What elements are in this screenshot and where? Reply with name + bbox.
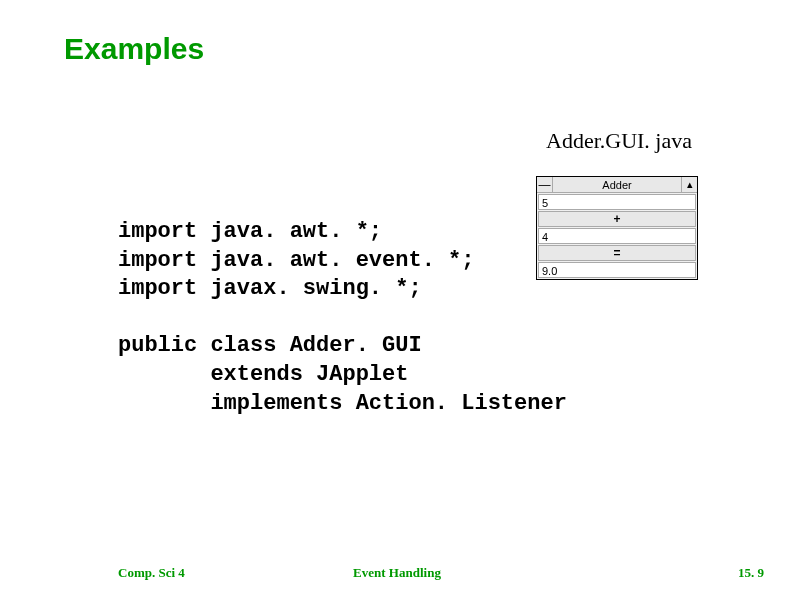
code-block: import java. awt. *; import java. awt. e… xyxy=(118,218,567,418)
footer-course: Comp. Sci 4 xyxy=(118,565,185,581)
maximize-icon[interactable]: ▴ xyxy=(681,177,697,192)
system-menu-icon[interactable]: — xyxy=(537,177,553,192)
footer-page: 15. 9 xyxy=(738,565,764,581)
slide-title: Examples xyxy=(64,32,794,66)
operand1-input[interactable]: 5 xyxy=(538,194,696,210)
applet-titlebar: — Adder ▴ xyxy=(537,177,697,193)
slide: Examples Adder.GUI. java — Adder ▴ 5 + 4… xyxy=(0,0,794,595)
source-filename: Adder.GUI. java xyxy=(546,128,692,154)
footer-topic: Event Handling xyxy=(353,565,441,581)
applet-title: Adder xyxy=(553,177,681,192)
